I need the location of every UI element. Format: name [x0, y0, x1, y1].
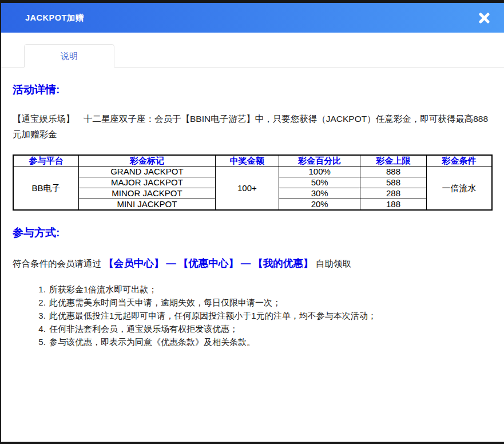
mark-cell: MINOR JACKPOT [79, 188, 216, 199]
tab-description[interactable]: 说明 [24, 44, 114, 68]
method-prefix: 符合条件的会员请通过 [13, 259, 101, 268]
link-member-center[interactable]: 【会员中心】 [104, 257, 164, 269]
method-separator: — [164, 257, 178, 269]
percent-cell: 50% [279, 177, 360, 188]
cap-cell: 888 [360, 166, 427, 177]
col-header-condition: 彩金条件 [426, 155, 492, 166]
percent-cell: 30% [279, 188, 360, 199]
link-promo-center[interactable]: 【优惠中心】 [178, 257, 239, 269]
percent-cell: 100% [279, 166, 360, 177]
rule-item: 此优惠最低投注1元起即可申请，任何原因投注额小于1元的注单，均不参与本次活动； [48, 311, 493, 320]
jackpot-modal-dialog: JACKPOT加赠 说明 活动详情: 【通宝娱乐场】 十二星座双子座：会员于【B… [1, 3, 504, 442]
rule-item: 此优惠需美东时间当天申请，逾期失效，每日仅限申请一次； [48, 298, 493, 307]
col-header-percent: 彩金百分比 [279, 155, 360, 166]
details-heading: 活动详情: [13, 82, 493, 97]
table-header-row: 参与平台 彩金标记 中奖金额 彩金百分比 彩金上限 彩金条件 [13, 155, 492, 166]
table-row: BB电子 GRAND JACKPOT 100+ 100% 888 一倍流水 [13, 166, 492, 177]
modal-content: 活动详情: 【通宝娱乐场】 十二星座双子座：会员于【BBIN电子游艺】中，只要您… [1, 68, 504, 351]
jackpot-table: 参与平台 彩金标记 中奖金额 彩金百分比 彩金上限 彩金条件 BB电子 GRAN… [13, 154, 493, 211]
cap-cell: 288 [360, 188, 427, 199]
method-text: 符合条件的会员请通过 【会员中心】—【优惠中心】—【我的优惠】 自助领取 [13, 256, 493, 270]
col-header-win-amount: 中奖金额 [215, 155, 279, 166]
cap-cell: 588 [360, 177, 427, 188]
condition-cell: 一倍流水 [426, 166, 492, 211]
rules-list: 所获彩金1倍流水即可出款； 此优惠需美东时间当天申请，逾期失效，每日仅限申请一次… [48, 285, 493, 347]
percent-cell: 20% [279, 199, 360, 211]
rule-item: 参与该优惠，即表示为同意《优惠条款》及相关条款。 [48, 338, 493, 347]
method-suffix: 自助领取 [316, 259, 351, 268]
mark-cell: MAJOR JACKPOT [79, 177, 216, 188]
win-amount-cell: 100+ [215, 166, 279, 211]
col-header-mark: 彩金标记 [79, 155, 216, 166]
mark-cell: GRAND JACKPOT [79, 166, 216, 177]
cap-cell: 188 [360, 199, 427, 211]
method-separator: — [239, 257, 253, 269]
platform-cell: BB电子 [13, 166, 79, 211]
mark-cell: MINI JACKPOT [79, 199, 216, 211]
col-header-platform: 参与平台 [13, 155, 79, 166]
col-header-cap: 彩金上限 [360, 155, 427, 166]
link-my-promos[interactable]: 【我的优惠】 [253, 257, 313, 269]
rule-item: 所获彩金1倍流水即可出款； [48, 285, 493, 294]
rule-item: 任何非法套利会员，通宝娱乐场有权拒发该优惠； [48, 324, 493, 334]
close-icon [479, 13, 490, 23]
method-heading: 参与方式: [13, 225, 493, 240]
modal-header: JACKPOT加赠 [1, 3, 504, 33]
modal-title: JACKPOT加赠 [25, 13, 84, 23]
details-text: 【通宝娱乐场】 十二星座双子座：会员于【BBIN电子游艺】中，只要您获得（JAC… [13, 111, 493, 142]
close-button[interactable] [477, 10, 491, 25]
tab-bar: 说明 [1, 44, 504, 68]
